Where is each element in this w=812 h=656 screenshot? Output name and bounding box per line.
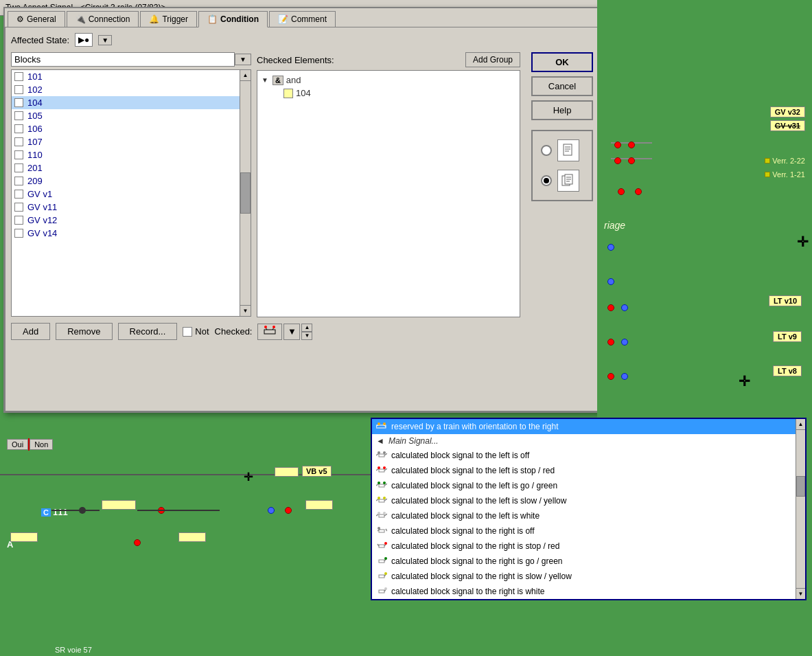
dropdown-item-text-2: calculated block signal to the left is g… <box>391 481 557 490</box>
tab-connection[interactable]: 🔌 Connection <box>67 11 139 27</box>
section-riage: riage <box>604 220 625 231</box>
dot-blue-4 <box>621 339 628 346</box>
general-icon: ⚙ <box>16 14 24 24</box>
block-checkbox-209[interactable] <box>14 177 23 185</box>
dropdown-scroll-up[interactable]: ▲ <box>796 419 805 430</box>
dropdown-item-6[interactable]: calculated block signal to the right is … <box>372 539 805 554</box>
checked-dropdown-arrow[interactable]: ▼ <box>283 324 300 340</box>
list-scrollbar[interactable]: ▲ ▼ <box>240 70 251 316</box>
dot-red-1 <box>614 142 621 148</box>
dropdown-item-5[interactable]: calculated block signal to the right is … <box>372 523 805 539</box>
label-lt10: LT v10 <box>769 295 802 306</box>
help-button[interactable]: Help <box>531 100 593 120</box>
dropdown-item-text-5: calculated block signal to the right is … <box>391 526 535 536</box>
dropdown-item-2[interactable]: calculated block signal to the left is g… <box>372 478 805 493</box>
block-checkbox-110[interactable] <box>14 150 23 159</box>
block-checkbox-104[interactable] <box>14 98 23 107</box>
scroll-thumb[interactable] <box>240 172 251 214</box>
scroll-down-btn[interactable]: ▼ <box>240 305 251 316</box>
oui-non-bar: Oui Non <box>7 438 53 451</box>
block-item-105[interactable]: 105 <box>12 109 251 122</box>
blocks-dropdown-arrow[interactable]: ▼ <box>235 54 251 65</box>
cancel-button[interactable]: Cancel <box>531 76 593 96</box>
spin-down-btn[interactable]: ▼ <box>301 332 312 340</box>
dropdown-item-text-0: calculated block signal to the left is o… <box>391 451 529 460</box>
add-button[interactable]: Add <box>11 323 50 340</box>
add-group-button[interactable]: Add Group <box>465 52 520 67</box>
track-block-5 <box>178 532 206 542</box>
radio-btn-1[interactable] <box>541 145 552 156</box>
block-item-gv12[interactable]: GV v12 <box>12 214 251 227</box>
block-checkbox-gv14[interactable] <box>14 229 23 238</box>
spin-up-btn[interactable]: ▲ <box>301 324 312 332</box>
block-item-104[interactable]: 104 <box>12 96 251 109</box>
svg-rect-20 <box>379 454 384 457</box>
block-checkbox-201[interactable] <box>14 163 23 172</box>
block-list[interactable]: 101 102 104 105 <box>11 69 251 317</box>
tab-general[interactable]: ⚙ General <box>8 11 65 27</box>
tree-expand-icon[interactable]: ▼ <box>262 76 268 84</box>
track-block-4 <box>305 500 333 510</box>
doc-copy-icon-btn[interactable] <box>557 170 579 192</box>
dropdown-scroll-thumb[interactable] <box>796 476 805 497</box>
dropdown-item-icon-0 <box>376 450 387 461</box>
dialog-buttons: OK Cancel Help <box>531 52 593 317</box>
block-checkbox-107[interactable] <box>14 137 23 146</box>
affected-state-control: ▶● <box>75 33 93 47</box>
block-checkbox-106[interactable] <box>14 124 23 133</box>
tree-root-label: and <box>286 75 301 85</box>
block-item-101[interactable]: 101 <box>12 70 251 83</box>
scroll-up-btn[interactable]: ▲ <box>240 70 251 81</box>
block-item-107[interactable]: 107 <box>12 135 251 148</box>
block-checkbox-101[interactable] <box>14 72 23 81</box>
dropdown-item-text-6: calculated block signal to the right is … <box>391 541 559 551</box>
record-button[interactable]: Record... <box>118 323 178 340</box>
block-checkbox-gv12[interactable] <box>14 216 23 225</box>
dropdown-selected-item[interactable]: reserved by a train with orientation to … <box>372 419 805 434</box>
spin-buttons: ▲ ▼ <box>301 324 312 340</box>
block-checkbox-gv11[interactable] <box>14 203 23 212</box>
svg-point-32 <box>378 482 380 484</box>
block-item-gv11[interactable]: GV v11 <box>12 201 251 214</box>
dropdown-item-9[interactable]: calculated block signal to the right is … <box>372 584 805 599</box>
right-column: Checked Elements: Add Group ▼ & and 104 <box>257 52 520 317</box>
dropdown-item-8[interactable]: calculated block signal to the right is … <box>372 569 805 584</box>
not-checkbox[interactable] <box>183 327 192 337</box>
block-item-gv1[interactable]: GV v1 <box>12 188 251 201</box>
block-checkbox-gv1[interactable] <box>14 190 23 199</box>
dropdown-item-icon-9 <box>376 586 387 597</box>
tab-trigger[interactable]: 🔔 Trigger <box>140 11 197 27</box>
dropdown-item-0[interactable]: calculated block signal to the left is o… <box>372 448 805 463</box>
block-checkbox-102[interactable] <box>14 85 23 94</box>
block-item-106[interactable]: 106 <box>12 122 251 135</box>
block-item-209[interactable]: 209 <box>12 174 251 188</box>
dropdown-item-7[interactable]: calculated block signal to the right is … <box>372 554 805 569</box>
affected-state-dropdown[interactable]: ▼ <box>98 35 112 45</box>
dropdown-item-1[interactable]: calculated block signal to the left is s… <box>372 463 805 478</box>
block-item-110[interactable]: 110 <box>12 148 251 161</box>
tab-comment[interactable]: 📝 Comment <box>269 11 336 27</box>
radio-btn-2[interactable] <box>541 175 552 186</box>
dropdown-item-icon-6 <box>376 541 387 552</box>
block-checkbox-105[interactable] <box>14 111 23 120</box>
tree-area: ▼ & and 104 <box>257 70 520 317</box>
dropdown-item-3[interactable]: calculated block signal to the left is s… <box>372 493 805 508</box>
verr-21-dot <box>765 172 770 177</box>
cross-icon-bottom-1: ✛ <box>244 471 253 484</box>
ok-button[interactable]: OK <box>531 52 593 72</box>
oui-button[interactable]: Oui <box>7 439 28 450</box>
block-item-gv14[interactable]: GV v14 <box>12 227 251 240</box>
blocks-select[interactable]: Blocks <box>11 52 235 67</box>
dropdown-scroll-down[interactable]: ▼ <box>796 588 805 599</box>
svg-point-22 <box>378 451 380 454</box>
dropdown-item-text-4: calculated block signal to the left is w… <box>391 511 540 521</box>
dropdown-expand-icon: ◄ <box>376 436 384 446</box>
doc-icon-btn[interactable] <box>557 139 579 161</box>
dropdown-item-4[interactable]: calculated block signal to the left is w… <box>372 508 805 523</box>
tab-condition[interactable]: 📋 Condition <box>198 11 268 27</box>
block-item-201[interactable]: 201 <box>12 161 251 174</box>
remove-button[interactable]: Remove <box>56 323 112 340</box>
non-button[interactable]: Non <box>30 439 53 450</box>
block-item-102[interactable]: 102 <box>12 83 251 96</box>
dropdown-scrollbar[interactable]: ▲ ▼ <box>796 419 805 599</box>
